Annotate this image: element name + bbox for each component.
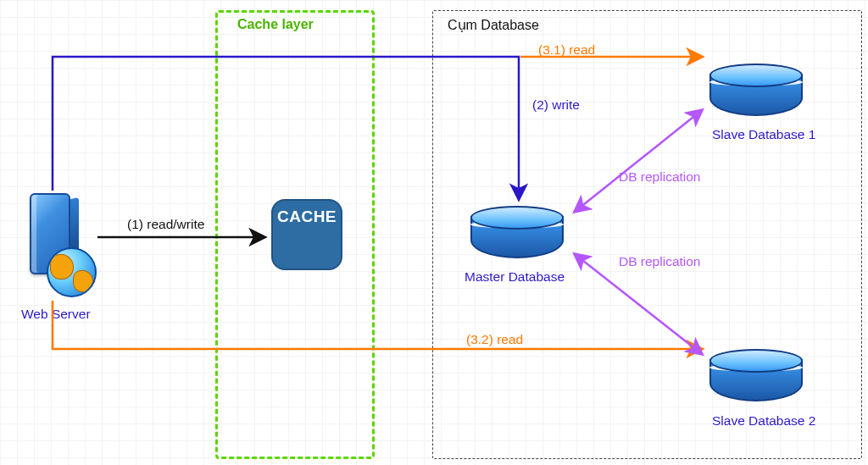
edge-read2-label: (3.2) read	[466, 332, 523, 347]
edge-replication1-label: DB replication	[619, 169, 701, 185]
edge-read1-label: (3.1) read	[538, 42, 595, 58]
slave-db1-icon	[709, 64, 803, 116]
diagram-canvas: Cache layer Cụm Database Web Server CACH…	[0, 0, 868, 465]
slave-db2-icon	[709, 349, 803, 401]
cache-node-label: CACHE	[277, 208, 337, 226]
edge-write-label: (2) write	[532, 97, 580, 113]
edge-replication2-label: DB replication	[619, 254, 701, 269]
cache-node: CACHE	[271, 199, 342, 270]
master-db-icon	[470, 206, 564, 258]
slave-db1-label: Slave Database 1	[712, 127, 815, 142]
master-db-label: Master Database	[465, 269, 565, 285]
globe-icon	[47, 247, 97, 297]
web-server-label: Web Server	[21, 307, 91, 322]
cache-layer-title: Cache layer	[237, 17, 314, 32]
slave-db2-label: Slave Database 2	[712, 413, 815, 429]
db-cluster-title: Cụm Database	[448, 17, 539, 33]
edge-read-write-label: (1) read/write	[127, 217, 204, 232]
